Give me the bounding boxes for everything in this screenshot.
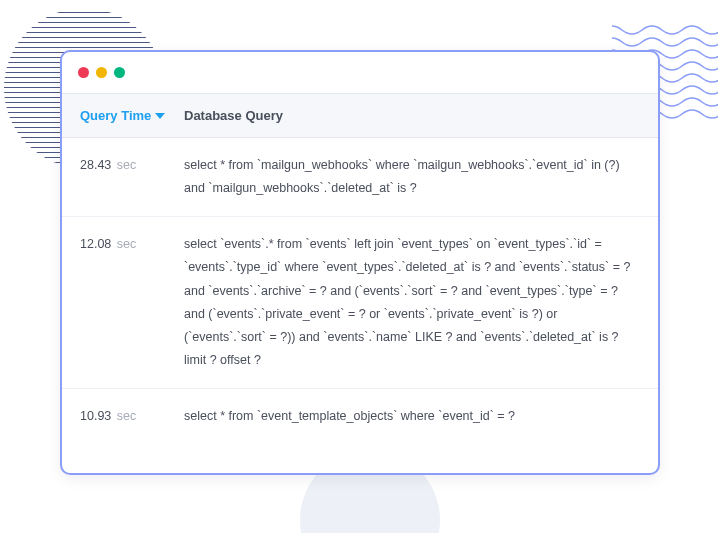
cell-time: 12.08 sec [80, 233, 184, 372]
time-value: 10.93 [80, 409, 111, 423]
time-value: 28.43 [80, 158, 111, 172]
cell-query: select `events`.* from `events` left joi… [184, 233, 640, 372]
table-header: Query Time Database Query [62, 94, 658, 138]
time-unit: sec [117, 158, 136, 172]
window-close-icon[interactable] [78, 67, 89, 78]
column-header-query-label: Database Query [184, 108, 283, 123]
time-unit: sec [117, 409, 136, 423]
table-row: 10.93 sec select * from `event_template_… [62, 389, 658, 444]
time-value: 12.08 [80, 237, 111, 251]
query-window: Query Time Database Query 28.43 sec sele… [60, 50, 660, 475]
table-row: 12.08 sec select `events`.* from `events… [62, 217, 658, 389]
window-minimize-icon[interactable] [96, 67, 107, 78]
window-titlebar [62, 52, 658, 94]
column-header-database-query[interactable]: Database Query [184, 108, 640, 123]
window-maximize-icon[interactable] [114, 67, 125, 78]
sort-desc-icon [155, 113, 165, 119]
cell-time: 10.93 sec [80, 405, 184, 428]
cell-query: select * from `mailgun_webhooks` where `… [184, 154, 640, 200]
column-header-query-time[interactable]: Query Time [80, 108, 184, 123]
cell-query: select * from `event_template_objects` w… [184, 405, 640, 428]
cell-time: 28.43 sec [80, 154, 184, 200]
column-header-time-label: Query Time [80, 108, 151, 123]
time-unit: sec [117, 237, 136, 251]
table-row: 28.43 sec select * from `mailgun_webhook… [62, 138, 658, 217]
